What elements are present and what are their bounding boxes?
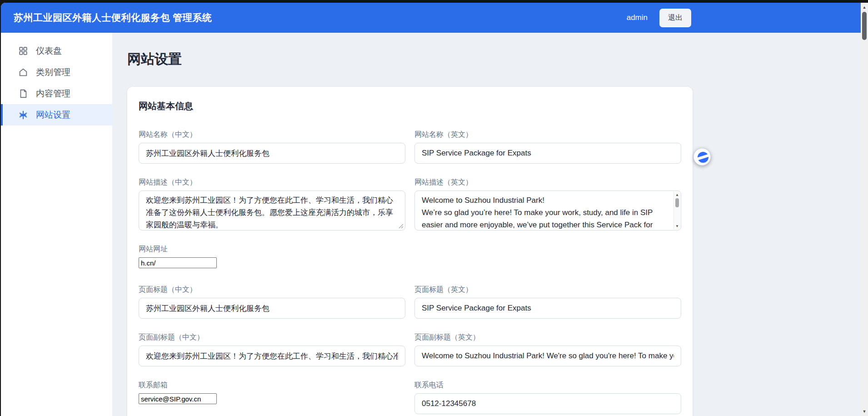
page-subtitle-zh-input[interactable] [139,346,405,366]
contact-phone-input[interactable] [414,393,681,414]
sidebar-item-content[interactable]: 内容管理 [1,83,112,104]
scroll-up-arrow-icon[interactable]: ▲ [674,192,680,198]
field-contact-email: 联系邮箱 [139,380,405,414]
settings-asterisk-icon [18,110,28,120]
floating-assistant-button[interactable] [693,148,711,165]
site-name-en-input[interactable] [414,143,681,164]
sidebar-item-label: 仪表盘 [36,45,62,57]
contact-email-label: 联系邮箱 [139,380,405,390]
site-desc-en-label: 网站描述（英文） [414,177,681,187]
field-site-url: 网站网址 [139,244,681,268]
page-scrollbar[interactable]: ▲ ▼ [861,3,868,416]
assistant-logo-icon [698,152,708,163]
logout-button[interactable]: 退出 [659,9,691,27]
field-page-subtitle-en: 页面副标题（英文） [414,332,681,366]
app-title: 苏州工业园区外籍人士便利化服务包 管理系统 [14,11,212,24]
field-site-desc-zh: 网站描述（中文） 欢迎您来到苏州工业园区！为了方便您在此工作、学习和生活，我们精… [139,177,405,231]
sidebar-item-label: 网站设置 [36,109,70,121]
top-header-bar: 苏州工业园区外籍人士便利化服务包 管理系统 admin 退出 [1,3,868,33]
field-page-title-zh: 页面标题（中文） [139,285,405,319]
field-site-name-zh: 网站名称（中文） [139,130,405,164]
app-window: 苏州工业园区外籍人士便利化服务包 管理系统 admin 退出 仪表盘 [1,3,868,416]
sidebar-item-label: 类别管理 [36,66,70,78]
scrollbar-up-arrow-icon[interactable]: ▲ [861,4,868,11]
field-contact-phone: 联系电话 [414,380,681,414]
site-url-input[interactable] [139,257,217,268]
scrollbar-down-arrow-icon[interactable]: ▼ [861,408,868,415]
page-title-en-input[interactable] [414,298,681,319]
page-subtitle-en-input[interactable] [414,346,681,366]
sidebar-nav: 仪表盘 类别管理 内容管理 [1,33,112,416]
field-site-desc-en: 网站描述（英文） Welcome to Suzhou Industrial Pa… [414,177,681,231]
page-subtitle-zh-label: 页面副标题（中文） [139,332,405,342]
site-name-en-label: 网站名称（英文） [414,130,681,139]
page-title-zh-input[interactable] [139,298,405,319]
page-title-en-label: 页面标题（英文） [414,285,681,294]
contact-email-input[interactable] [139,393,217,404]
page-title: 网站设置 [127,50,868,68]
home-icon [18,67,28,77]
page-subtitle-en-label: 页面副标题（英文） [414,332,681,342]
field-page-subtitle-zh: 页面副标题（中文） [139,332,405,366]
settings-form: 网站名称（中文） 网站名称（英文） 网站描述（中文） 欢迎您来到苏州工业园区！为… [139,130,681,416]
section-title: 网站基本信息 [139,100,681,112]
document-icon [18,89,28,99]
site-desc-en-textarea[interactable]: Welcome to Suzhou Industrial Park! We’re… [414,190,681,231]
scroll-down-arrow-icon[interactable]: ▼ [674,223,680,229]
header-right-group: admin 退出 [627,3,691,33]
sidebar-item-label: 内容管理 [36,88,70,100]
site-url-label: 网站网址 [139,244,681,254]
main-content: 网站设置 网站基本信息 网站名称（中文） 网站名称（英文） 网站描 [112,33,868,416]
site-name-zh-label: 网站名称（中文） [139,130,405,139]
page-title-zh-label: 页面标题（中文） [139,285,405,294]
field-page-title-en: 页面标题（英文） [414,285,681,319]
site-desc-zh-textarea[interactable]: 欢迎您来到苏州工业园区！为了方便您在此工作、学习和生活，我们精心准备了这份外籍人… [139,190,405,231]
site-name-zh-input[interactable] [139,143,405,164]
textarea-scrollbar-thumb[interactable] [675,198,679,207]
textarea-scrollbar[interactable]: ▲ ▼ [673,191,680,230]
field-site-name-en: 网站名称（英文） [414,130,681,164]
textarea-resize-grip[interactable] [399,224,404,229]
sidebar-item-categories[interactable]: 类别管理 [1,61,112,83]
logged-in-username: admin [627,13,648,22]
dashboard-grid-icon [18,46,28,56]
page-scrollbar-thumb[interactable] [862,12,867,40]
sidebar-item-dashboard[interactable]: 仪表盘 [1,40,112,61]
sidebar-item-site-settings[interactable]: 网站设置 [1,104,112,125]
site-desc-zh-label: 网站描述（中文） [139,177,405,187]
site-settings-card: 网站基本信息 网站名称（中文） 网站名称（英文） 网站描述（中文） [127,87,693,416]
contact-phone-label: 联系电话 [414,380,681,390]
